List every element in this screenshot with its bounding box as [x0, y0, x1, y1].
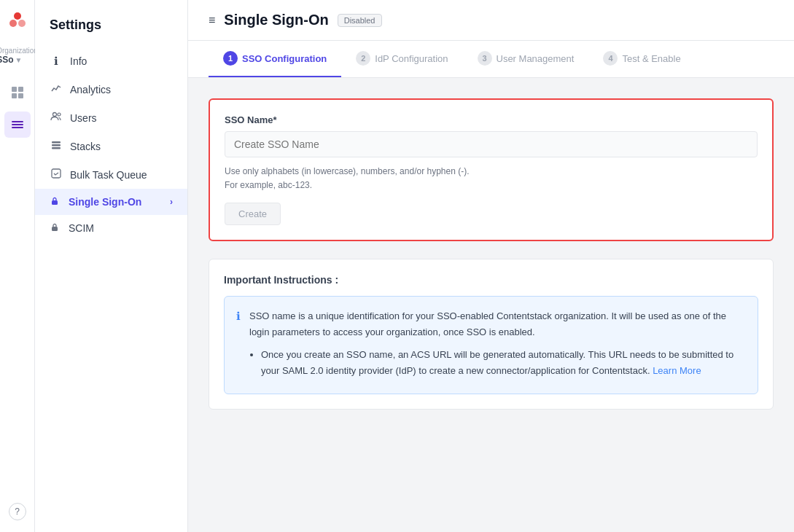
svg-rect-6: [18, 93, 23, 98]
users-icon: [50, 111, 63, 125]
svg-rect-3: [12, 87, 17, 92]
tab-test-enable[interactable]: 4 Test & Enable: [588, 41, 695, 77]
org-label: Organization: [0, 47, 38, 55]
tab-bar: 1 SSO Configuration 2 IdP Configuration …: [188, 41, 794, 78]
svg-point-11: [58, 113, 61, 116]
sidebar-item-info-label: Info: [70, 55, 87, 67]
sidebar-item-stacks-label: Stacks: [70, 141, 101, 152]
sidebar-item-stacks[interactable]: Stacks: [35, 132, 187, 160]
org-section: Organization SSo ▼: [0, 47, 38, 65]
sidebar-item-bulk-task-queue-label: Bulk Task Queue: [70, 169, 147, 181]
sidebar-item-scim[interactable]: SCIM: [35, 215, 187, 241]
svg-rect-12: [52, 141, 61, 144]
chevron-right-icon: ›: [170, 197, 173, 207]
sidebar-item-scim-label: SCIM: [69, 222, 94, 234]
info-icon: ℹ: [50, 55, 63, 68]
instructions-section: Important Instructions : ℹ SSO name is a…: [209, 259, 774, 409]
sso-field-label: SSO Name*: [225, 114, 758, 125]
svg-rect-16: [52, 200, 58, 205]
info-circle-icon: ℹ: [236, 310, 241, 381]
sidebar-item-analytics[interactable]: Analytics: [35, 75, 187, 103]
tab-label-test-enable: Test & Enable: [622, 53, 680, 64]
svg-rect-14: [52, 147, 61, 149]
svg-point-1: [9, 20, 17, 27]
svg-rect-7: [12, 121, 23, 122]
svg-rect-9: [12, 127, 23, 128]
sidebar-item-analytics-label: Analytics: [70, 84, 111, 95]
sidebar-item-users[interactable]: Users: [35, 103, 187, 132]
main-content: ≡ Single Sign-On Disabled 1 SSO Configur…: [188, 0, 794, 532]
tab-label-idp-config: IdP Configuration: [375, 53, 448, 64]
instructions-text: SSO name is a unique identification for …: [249, 308, 746, 381]
page-title: Single Sign-On: [224, 12, 328, 28]
app-logo[interactable]: [6, 9, 29, 35]
bulk-task-icon: [50, 168, 63, 181]
svg-rect-15: [52, 169, 61, 178]
tab-num-3: 3: [478, 51, 492, 66]
sidebar: Settings ℹ Info Analytics Users: [35, 0, 188, 532]
sidebar-item-info[interactable]: ℹ Info: [35, 47, 187, 75]
sidebar-item-bulk-task-queue[interactable]: Bulk Task Queue: [35, 160, 187, 189]
analytics-icon: [50, 82, 63, 96]
tab-num-2: 2: [356, 51, 370, 66]
tab-sso-configuration[interactable]: 1 SSO Configuration: [209, 41, 341, 77]
learn-more-link[interactable]: Learn More: [653, 365, 701, 376]
tab-user-management[interactable]: 3 User Management: [463, 41, 589, 77]
sso-name-input[interactable]: [225, 131, 758, 157]
left-rail: Organization SSo ▼ ?: [0, 0, 35, 532]
topbar: ≡ Single Sign-On Disabled: [188, 0, 794, 41]
tab-num-4: 4: [603, 51, 618, 66]
tab-idp-configuration[interactable]: 2 IdP Configuration: [341, 41, 462, 77]
sidebar-title: Settings: [35, 17, 187, 47]
svg-rect-5: [12, 93, 17, 98]
grid-nav-icon[interactable]: [4, 79, 31, 106]
stacks-icon: [50, 139, 63, 153]
instructions-title: Important Instructions :: [224, 274, 758, 286]
tab-label-user-mgmt: User Management: [497, 53, 575, 64]
tab-label-sso-config: SSO Configuration: [242, 53, 327, 64]
sidebar-item-sso-label: Single Sign-On: [69, 196, 141, 208]
org-name[interactable]: SSo ▼: [0, 55, 38, 65]
instructions-box: ℹ SSO name is a unique identification fo…: [224, 296, 758, 394]
svg-point-0: [14, 12, 21, 20]
content-area: SSO Name* Use only alphabets (in lowerca…: [188, 78, 794, 532]
sidebar-item-single-sign-on[interactable]: Single Sign-On ›: [35, 189, 187, 215]
sso-name-card: SSO Name* Use only alphabets (in lowerca…: [209, 98, 774, 241]
svg-rect-13: [52, 144, 61, 146]
svg-rect-4: [18, 87, 23, 92]
svg-point-10: [53, 113, 57, 117]
create-button[interactable]: Create: [225, 203, 281, 225]
help-icon[interactable]: ?: [9, 503, 26, 520]
svg-rect-17: [52, 227, 58, 231]
settings-nav-icon[interactable]: [4, 112, 31, 138]
sidebar-item-users-label: Users: [70, 112, 97, 124]
scim-lock-icon: [50, 222, 60, 234]
tab-num-1: 1: [223, 51, 238, 66]
status-badge: Disabled: [338, 14, 382, 27]
menu-hamburger-icon[interactable]: ≡: [209, 14, 215, 27]
sso-field-hint: Use only alphabets (in lowercase), numbe…: [225, 165, 758, 192]
svg-point-2: [18, 20, 26, 27]
svg-rect-8: [12, 124, 23, 125]
lock-icon: [50, 196, 60, 208]
